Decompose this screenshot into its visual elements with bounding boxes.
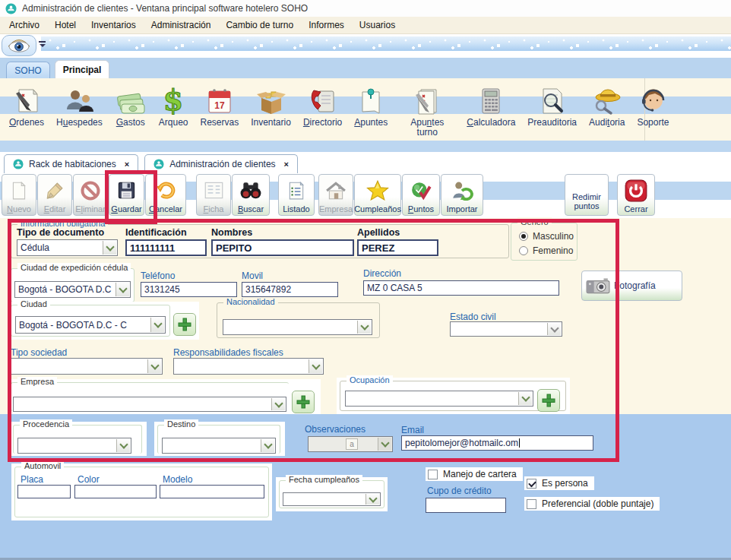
dropdown-button[interactable] (547, 323, 561, 335)
close-icon[interactable]: × (125, 160, 129, 169)
toolbar-button-importar[interactable]: Importar (441, 174, 483, 216)
ribbon-item-gastos[interactable]: Gastos (109, 80, 153, 128)
menu-item-archivo[interactable]: Archivo (2, 18, 47, 32)
toolbar-button-puntos[interactable]: Puntos (402, 174, 440, 216)
ribbon-item-soporte[interactable]: Soporte (631, 80, 675, 128)
toolbar-button-guardar[interactable]: Guardar (109, 174, 144, 216)
toolbar-button-buscar[interactable]: Buscar (232, 174, 270, 216)
ribbon-item-calculadora[interactable]: Calculadora (460, 80, 521, 128)
radio-femenino[interactable]: Femenino (519, 245, 573, 256)
ribbon-item-preauditoria[interactable]: Preauditoria (521, 80, 583, 128)
dropdown-button[interactable] (357, 321, 371, 334)
empresa-select[interactable] (13, 397, 286, 412)
toolbar-button-empresa[interactable]: Empresa (318, 174, 353, 216)
destino-select[interactable] (162, 438, 276, 454)
responsabilidades-fiscales-select[interactable] (173, 358, 324, 375)
chevron-down-icon (550, 324, 559, 332)
toolbar-button-redimir-puntos[interactable]: Redimir puntos (565, 174, 609, 216)
tab-soho[interactable]: SOHO (6, 62, 50, 78)
dropdown-button[interactable] (366, 494, 379, 505)
color-input[interactable] (74, 485, 157, 498)
cupo-de-credito-input[interactable] (426, 498, 506, 513)
fotografia-button[interactable]: Fotografía (581, 271, 682, 301)
telefono-input[interactable]: 3131245 (141, 282, 237, 297)
ribbon-item-soporte-label: Soporte (637, 118, 669, 128)
ocupacion-select[interactable] (345, 391, 533, 407)
calculator-icon (478, 80, 504, 116)
ciudad-select[interactable]: Bogotá - BOGOTA D.C - C (15, 316, 166, 334)
placa-input[interactable] (17, 485, 71, 498)
menu-item-hotel[interactable]: Hotel (47, 18, 84, 32)
toolbar-button-listado[interactable]: Listado (278, 174, 315, 216)
dropdown-button[interactable] (271, 398, 285, 410)
doc-tab-rack-de-habitaciones[interactable]: Rack de habitaciones × (4, 154, 138, 173)
email-input[interactable]: pepitolomejor@hotmailc.om (401, 435, 593, 451)
dropdown-button[interactable] (378, 438, 391, 451)
menu-item-cambio-de-turno[interactable]: Cambio de turno (218, 18, 301, 32)
procedencia-select[interactable] (17, 438, 131, 454)
checkbox-preferencial[interactable]: Preferencial (doble puntaje) (524, 497, 660, 511)
menu-item-administracion[interactable]: Administración (144, 18, 219, 32)
document-magnifier-icon (537, 80, 568, 116)
menu-item-usuarios[interactable]: Usuarios (352, 18, 403, 32)
add-empresa-button[interactable] (292, 391, 315, 413)
movil-input[interactable]: 315647892 (242, 282, 338, 297)
modelo-input[interactable] (160, 485, 264, 498)
direccion-input[interactable]: MZ 0 CASA 5 (363, 280, 559, 296)
house-icon (325, 175, 347, 204)
add-ocupacion-button[interactable] (537, 389, 560, 412)
identificacion-input[interactable]: 111111111 (125, 239, 207, 256)
estado-civil-select[interactable] (450, 321, 562, 337)
menu-item-informes[interactable]: Informes (301, 18, 352, 32)
menu-item-inventarios[interactable]: Inventarios (84, 18, 144, 32)
dropdown-button[interactable] (309, 359, 322, 373)
dropdown-button[interactable] (147, 359, 161, 373)
ribbon-item-auditoria[interactable]: Auditoria (583, 80, 631, 128)
toolbar-button-eliminar[interactable]: Eliminar (73, 174, 108, 216)
toolbar-button-cerrar[interactable]: Cerrar (617, 174, 655, 216)
doc-tab-administracion-de-clientes[interactable]: Administración de clientes × (144, 154, 298, 173)
ciudad-expedicion-select[interactable]: Bogotá - BOGOTA D.C (14, 281, 131, 298)
ribbon-item-arqueo[interactable]: $ Arqueo (153, 80, 195, 128)
identificacion-label: Identificación (125, 227, 187, 238)
radio-masculino[interactable]: Masculino (519, 231, 574, 242)
ribbon-item-apuntes[interactable]: Apuntes (348, 80, 394, 128)
dropdown-button[interactable] (150, 318, 164, 332)
eye-toolbar-button[interactable] (2, 35, 36, 56)
nombres-input[interactable]: PEPITO (211, 239, 354, 256)
toolbar-button-editar[interactable]: Editar (37, 174, 72, 216)
ribbon-item-calculadora-label: Calculadora (467, 118, 515, 128)
toolbar-button-cumpleanos[interactable]: Cumpleaños (354, 174, 401, 216)
toolbar-button-editar-label: Editar (44, 204, 66, 215)
ribbon-item-reservas[interactable]: 17 Reservas (194, 80, 245, 128)
tipo-sociedad-select[interactable] (11, 358, 163, 375)
tipo-documento-select[interactable]: Cédula (17, 239, 118, 256)
dropdown-button[interactable] (103, 241, 116, 255)
nacionalidad-select[interactable] (223, 319, 372, 335)
ribbon-item-inventario[interactable]: Inventario (245, 80, 297, 128)
tab-principal[interactable]: Principal (55, 60, 109, 78)
chevron-down-icon (360, 321, 369, 330)
close-icon[interactable]: × (284, 160, 289, 169)
checkbox-es-persona[interactable]: Es persona (524, 476, 594, 490)
radio-selected-icon (519, 232, 528, 241)
ribbon-item-huespedes[interactable]: Huespedes (50, 80, 109, 128)
ribbon-item-directorio[interactable]: Directorio (297, 80, 348, 128)
toolbar-button-ficha[interactable]: Ficha (196, 174, 231, 216)
checkbox-manejo-de-cartera[interactable]: Manejo de cartera (426, 467, 523, 481)
dropdown-button[interactable] (518, 392, 532, 405)
dropdown-button[interactable] (116, 439, 130, 452)
observaciones-select[interactable]: a (308, 436, 393, 452)
toolbar-button-cancelar[interactable]: Cancelar (145, 174, 186, 216)
dropdown-button[interactable] (261, 439, 274, 452)
toolbar-button-nuevo[interactable]: Nuevo (2, 174, 36, 216)
apellidos-input[interactable]: PEREZ (357, 239, 438, 256)
plus-icon (177, 317, 192, 332)
toolbar-options-arrow[interactable] (39, 41, 46, 47)
ribbon-item-apuntes-turno[interactable]: Apuntes turno (394, 80, 460, 138)
dropdown-button[interactable] (116, 283, 129, 296)
fecha-cumpleanos-select[interactable] (283, 492, 381, 506)
ribbon-item-ordenes[interactable]: Ordenes (3, 80, 50, 128)
add-ciudad-button[interactable] (173, 313, 196, 336)
save-floppy-icon (116, 175, 137, 204)
